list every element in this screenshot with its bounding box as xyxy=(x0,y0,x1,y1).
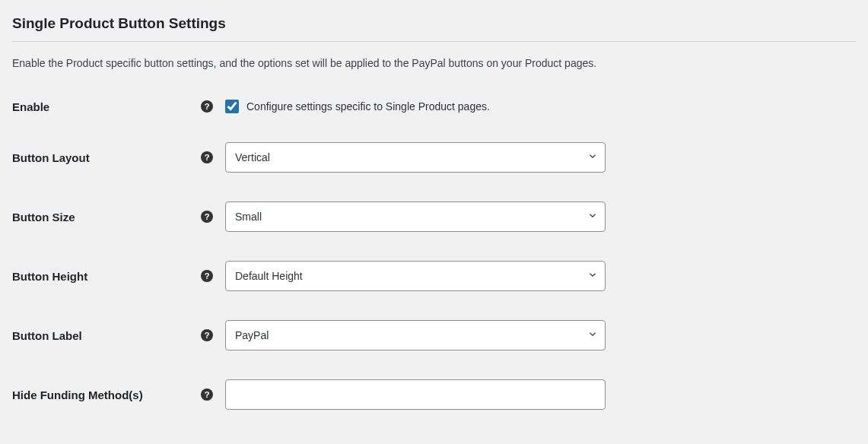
settings-section: Single Product Button Settings Enable th… xyxy=(12,15,856,410)
label-col-enable: Enable ? xyxy=(12,100,225,113)
select-wrapper-button-layout: Vertical xyxy=(225,142,606,173)
control-col-enable: Configure settings specific to Single Pr… xyxy=(225,100,490,113)
label-enable: Enable xyxy=(12,100,49,113)
select-wrapper-button-height: Default Height xyxy=(225,261,606,291)
label-hide-funding: Hide Funding Method(s) xyxy=(12,388,143,401)
control-col-button-label: PayPal xyxy=(225,320,606,350)
row-button-label: Button Label ? PayPal xyxy=(12,320,856,350)
select-button-height[interactable]: Default Height xyxy=(225,261,606,291)
label-col-hide-funding: Hide Funding Method(s) ? xyxy=(12,388,225,401)
help-icon[interactable]: ? xyxy=(201,388,213,401)
control-col-button-layout: Vertical xyxy=(225,142,606,173)
select-wrapper-button-size: Small xyxy=(225,201,606,232)
control-col-hide-funding xyxy=(225,379,606,410)
section-description: Enable the Product specific button setti… xyxy=(12,57,856,69)
select-wrapper-button-label: PayPal xyxy=(225,320,606,350)
row-button-size: Button Size ? Small xyxy=(12,201,856,232)
checkbox-enable[interactable] xyxy=(225,100,239,113)
label-col-button-label: Button Label ? xyxy=(12,329,225,342)
label-button-layout: Button Layout xyxy=(12,151,90,164)
label-button-label: Button Label xyxy=(12,329,82,342)
label-button-height: Button Height xyxy=(12,270,87,283)
label-col-button-size: Button Size ? xyxy=(12,211,225,224)
help-icon[interactable]: ? xyxy=(201,329,213,341)
help-icon[interactable]: ? xyxy=(201,100,213,113)
row-enable: Enable ? Configure settings specific to … xyxy=(12,100,856,113)
label-button-size: Button Size xyxy=(12,211,75,224)
help-icon[interactable]: ? xyxy=(201,211,213,223)
row-button-height: Button Height ? Default Height xyxy=(12,261,856,291)
select-button-layout[interactable]: Vertical xyxy=(225,142,606,173)
help-icon[interactable]: ? xyxy=(201,270,213,282)
select-button-size[interactable]: Small xyxy=(225,201,606,232)
help-icon[interactable]: ? xyxy=(201,151,213,163)
row-button-layout: Button Layout ? Vertical xyxy=(12,142,856,173)
row-hide-funding: Hide Funding Method(s) ? xyxy=(12,379,856,410)
multiselect-hide-funding[interactable] xyxy=(225,379,606,410)
section-title: Single Product Button Settings xyxy=(12,15,856,42)
checkbox-label-enable: Configure settings specific to Single Pr… xyxy=(246,100,490,113)
form-table: Enable ? Configure settings specific to … xyxy=(12,100,856,410)
control-col-button-height: Default Height xyxy=(225,261,606,291)
label-col-button-layout: Button Layout ? xyxy=(12,151,225,164)
select-button-label[interactable]: PayPal xyxy=(225,320,606,350)
control-col-button-size: Small xyxy=(225,201,606,232)
label-col-button-height: Button Height ? xyxy=(12,270,225,283)
